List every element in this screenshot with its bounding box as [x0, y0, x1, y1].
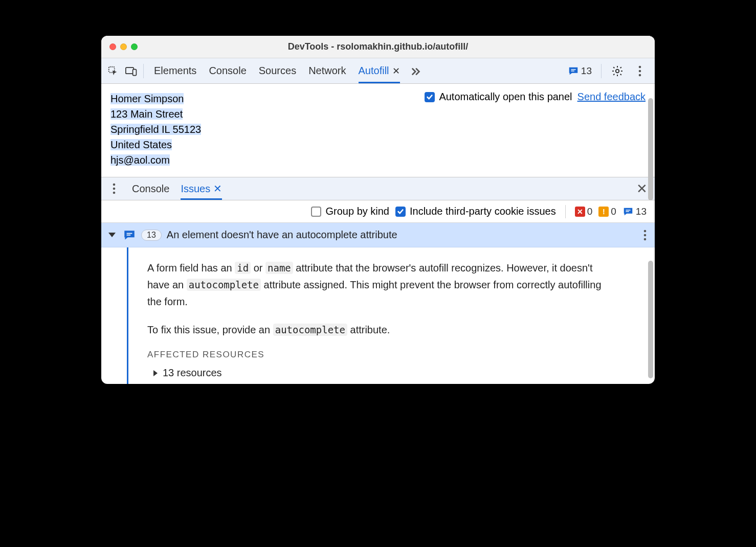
device-toggle-icon[interactable] [123, 62, 140, 80]
code-id: id [235, 262, 251, 274]
issue-title: An element doesn't have an autocomplete … [167, 229, 397, 241]
tab-sources[interactable]: Sources [259, 58, 296, 83]
divider [601, 64, 602, 78]
svg-point-7 [639, 70, 641, 72]
checkbox-unchecked-icon [311, 207, 321, 217]
svg-point-6 [639, 65, 641, 68]
svg-rect-2 [133, 69, 137, 75]
svg-rect-15 [127, 234, 131, 235]
inspect-element-icon[interactable] [104, 62, 122, 80]
svg-rect-3 [571, 69, 575, 70]
issue-description-2: To fix this issue, provide an autocomple… [147, 322, 604, 338]
tab-console[interactable]: Console [209, 58, 246, 83]
maximize-window-button[interactable] [131, 43, 138, 50]
close-tab-icon[interactable]: ✕ [213, 183, 222, 195]
tab-label: Autofill [359, 65, 389, 77]
svg-point-16 [644, 230, 647, 232]
svg-rect-12 [626, 210, 630, 210]
minimize-window-button[interactable] [120, 43, 127, 50]
auto-open-checkbox[interactable]: Automatically open this panel [425, 91, 572, 103]
drawer-tabbar: Console Issues ✕ ✕ [101, 177, 655, 200]
more-menu-icon[interactable] [631, 62, 649, 80]
scrollbar[interactable] [648, 98, 653, 200]
tab-label: Network [308, 65, 346, 77]
affected-resources-label: AFFECTED RESOURCES [147, 350, 604, 360]
tab-label: Elements [154, 65, 196, 77]
address-email: hjs@aol.com [110, 154, 170, 166]
chevron-right-icon [153, 370, 158, 376]
count-value: 0 [587, 206, 593, 217]
close-window-button[interactable] [109, 43, 116, 50]
code-autocomplete: autocomplete [273, 324, 347, 336]
svg-point-9 [113, 184, 116, 186]
count-value: 13 [636, 206, 647, 217]
checkbox-checked-icon [425, 92, 435, 102]
svg-rect-13 [626, 211, 629, 212]
address-region: Springfield IL 55123 [110, 124, 201, 135]
svg-point-10 [113, 188, 116, 190]
errors-count[interactable]: ✕ 0 [575, 206, 593, 217]
svg-rect-4 [571, 71, 574, 71]
issue-row-header[interactable]: 13 An element doesn't have an autocomple… [101, 223, 655, 247]
autofill-panel-actions: Automatically open this panel Send feedb… [425, 91, 646, 103]
autofill-address: Homer Simpson 123 Main Street Springfiel… [110, 91, 201, 168]
title-bar: DevTools - rsolomakhin.github.io/autofil… [101, 36, 655, 58]
tabbar-right: 13 [566, 62, 652, 80]
third-party-checkbox[interactable]: Include third-party cookie issues [395, 206, 556, 217]
svg-point-17 [644, 234, 647, 236]
tab-label: Issues [181, 183, 210, 195]
resources-count-label: 13 resources [163, 367, 222, 379]
tab-autofill[interactable]: Autofill ✕ [359, 58, 400, 83]
close-tab-icon[interactable]: ✕ [392, 65, 400, 77]
warnings-count[interactable]: ! 0 [598, 206, 616, 217]
drawer-tab-console[interactable]: Console [132, 177, 169, 200]
drawer-more-icon[interactable] [105, 180, 123, 197]
drawer-tabs: Console Issues ✕ [132, 177, 222, 200]
autofill-panel: Homer Simpson 123 Main Street Springfiel… [101, 84, 655, 177]
window-title: DevTools - rsolomakhin.github.io/autofil… [101, 41, 655, 52]
code-autocomplete: autocomplete [187, 279, 261, 291]
tab-elements[interactable]: Elements [154, 58, 196, 83]
scrollbar[interactable] [648, 261, 653, 378]
error-icon: ✕ [575, 207, 585, 217]
tab-label: Sources [259, 65, 296, 77]
issue-description-1: A form field has an id or name attribute… [147, 260, 604, 310]
code-name: name [265, 262, 293, 274]
main-tabs: Elements Console Sources Network Autofil… [154, 58, 565, 83]
expand-toggle-icon[interactable] [108, 233, 116, 237]
chat-icon [123, 229, 136, 242]
svg-rect-14 [127, 233, 132, 234]
info-count[interactable]: 13 [622, 206, 647, 217]
issue-count-badge: 13 [141, 230, 162, 241]
svg-point-18 [644, 238, 647, 240]
svg-point-5 [616, 69, 619, 72]
devtools-window: DevTools - rsolomakhin.github.io/autofil… [101, 36, 655, 384]
divider [565, 205, 566, 218]
divider [143, 64, 144, 78]
filter-label: Include third-party cookie issues [410, 206, 556, 217]
chat-icon [568, 65, 579, 77]
warning-icon: ! [598, 207, 609, 217]
filter-label: Group by kind [325, 206, 389, 217]
drawer-tab-issues[interactable]: Issues ✕ [181, 177, 222, 200]
settings-icon[interactable] [609, 62, 626, 80]
chat-icon [622, 206, 634, 217]
main-tabbar: Elements Console Sources Network Autofil… [101, 58, 655, 84]
issues-filter-bar: Group by kind Include third-party cookie… [101, 200, 655, 223]
issue-more-icon[interactable] [640, 230, 650, 241]
tab-label: Console [209, 65, 246, 77]
issue-gutter [101, 247, 128, 384]
group-by-kind-checkbox[interactable]: Group by kind [311, 206, 389, 217]
send-feedback-link[interactable]: Send feedback [577, 91, 646, 103]
auto-open-label: Automatically open this panel [439, 91, 572, 103]
issues-counter[interactable]: 13 [566, 64, 594, 78]
traffic-lights [101, 43, 138, 50]
tab-network[interactable]: Network [308, 58, 346, 83]
issue-body: A form field has an id or name attribute… [101, 247, 655, 384]
checkbox-checked-icon [395, 207, 406, 217]
address-street: 123 Main Street [110, 108, 183, 120]
svg-point-8 [639, 74, 641, 76]
resources-toggle[interactable]: 13 resources [147, 367, 604, 379]
overflow-tabs-icon[interactable] [407, 62, 425, 80]
address-country: United States [110, 139, 172, 150]
